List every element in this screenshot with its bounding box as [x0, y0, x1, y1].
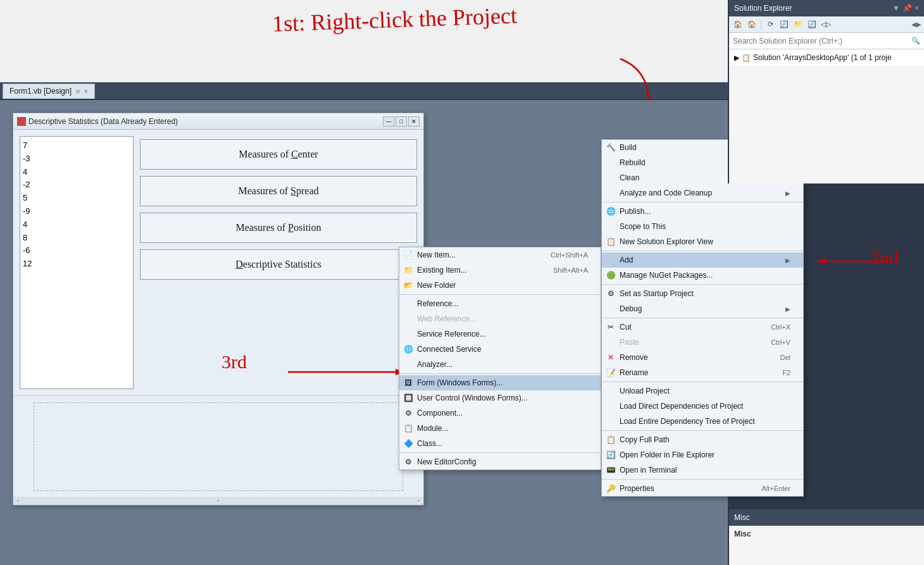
menu-publish[interactable]: 🌐 Publish... — [602, 204, 803, 219]
menu-cut[interactable]: ✂ Cut Ctrl+X — [602, 320, 803, 335]
se-close-icon[interactable]: × — [915, 4, 919, 13]
form-body: 7 -3 4 -2 5 -9 4 8 -6 12 Measures of Cen… — [13, 130, 423, 395]
solution-explorer-panel: Solution Explorer ▼ 📌 × 🏠 🏠 ⟳ 🔄 📁 🔄 ◁▷ ◀… — [728, 0, 924, 183]
remove-label: Remove — [620, 353, 777, 362]
separator-3 — [399, 452, 601, 453]
list-item: 7 — [23, 139, 130, 152]
menu-properties[interactable]: 🔑 Properties Alt+Enter — [602, 481, 803, 496]
se-home-btn[interactable]: 🏠 — [732, 18, 744, 31]
annotation-arrow-3rd — [288, 363, 408, 382]
se-filter-btn[interactable]: 🔄 — [806, 18, 818, 31]
se-tree: ▶ 📋 Solution 'ArraysDesktopApp' (1 of 1 … — [729, 49, 924, 66]
se-search-icon[interactable]: 🔍 — [911, 37, 920, 45]
menu-remove[interactable]: ✕ Remove Del — [602, 350, 803, 365]
form-windows-label: Form (Windows Forms)... — [417, 378, 588, 387]
tab-close-icon[interactable]: × — [84, 88, 88, 95]
paste-label: Paste — [620, 338, 768, 347]
menu-set-startup[interactable]: ⚙ Set as Startup Project — [602, 286, 803, 301]
menu-module[interactable]: 📋 Module... — [399, 421, 601, 436]
form-windows-icon: 🖼 — [403, 378, 413, 388]
menu-class[interactable]: 🔷 Class... — [399, 436, 601, 451]
measures-of-position-button[interactable]: Measures of Position — [140, 213, 417, 243]
data-listbox[interactable]: 7 -3 4 -2 5 -9 4 8 -6 12 — [20, 136, 134, 389]
tab-form1-design[interactable]: Form1.vb [Design] ⊕ × — [3, 84, 95, 99]
props-titlebar: Misc — [729, 509, 924, 526]
menu-load-entire-tree[interactable]: Load Entire Dependency Tree of Project — [602, 414, 803, 429]
load-entire-icon — [606, 416, 616, 426]
se-sync-btn[interactable]: ⟳ — [764, 18, 777, 31]
menu-connected-service[interactable]: 🌐 Connected Service — [399, 342, 601, 357]
se-dock-icon[interactable]: ▼ — [892, 4, 900, 13]
scope-label: Scope to This — [620, 222, 790, 231]
load-direct-label: Load Direct Dependencies of Project — [620, 402, 790, 411]
menu-form-windows[interactable]: 🖼 Form (Windows Forms)... — [399, 375, 601, 390]
list-item: 8 — [23, 232, 130, 245]
menu-analyze-code-cleanup[interactable]: Analyze and Code Cleanup ▶ — [602, 185, 803, 201]
menu-reference[interactable]: Reference... — [399, 296, 601, 311]
minimize-button[interactable]: — — [383, 116, 394, 127]
props-title-label: Misc — [734, 513, 750, 522]
menu-analyzer[interactable]: Analyzer... — [399, 357, 601, 372]
menu-copy-full-path[interactable]: 📋 Copy Full Path — [602, 432, 803, 447]
nuget-icon: 🟢 — [606, 270, 616, 280]
menu-scope-to-this[interactable]: Scope to This — [602, 219, 803, 234]
form-title-area: Descriptive Statistics (Data Already Ent… — [17, 117, 178, 126]
analyze-icon — [606, 188, 616, 198]
se-solution-item[interactable]: ▶ 📋 Solution 'ArraysDesktopApp' (1 of 1 … — [729, 52, 924, 63]
properties-panel: Misc Misc — [728, 508, 924, 565]
se-options-icon[interactable]: ◀▶ — [911, 21, 921, 28]
new-folder-label: New Folder — [417, 281, 588, 290]
se-refresh-btn[interactable]: 🔄 — [778, 18, 790, 31]
menu-unload-project[interactable]: Unload Project — [602, 383, 803, 399]
class-icon: 🔷 — [403, 438, 413, 449]
open-folder-icon: 🔄 — [606, 450, 616, 460]
menu-rename[interactable]: 📝 Rename F2 — [602, 365, 803, 380]
resize-right[interactable]: ▪ — [418, 498, 420, 504]
nuget-label: Manage NuGet Packages... — [620, 271, 790, 280]
se-pin-icon[interactable]: 📌 — [902, 4, 912, 13]
load-entire-label: Load Entire Dependency Tree of Project — [620, 417, 790, 426]
service-reference-icon — [403, 329, 413, 339]
se-toolbar: 🏠 🏠 ⟳ 🔄 📁 🔄 ◁▷ ◀▶ — [729, 16, 924, 33]
menu-new-folder[interactable]: 📂 New Folder — [399, 278, 601, 293]
list-item: 12 — [23, 258, 130, 271]
editorconfig-icon: ⚙ — [403, 457, 413, 467]
sep-main-3 — [602, 284, 803, 285]
add-submenu: 📄 New Item... Ctrl+Shift+A 📁 Existing It… — [399, 247, 601, 470]
menu-manage-nuget[interactable]: 🟢 Manage NuGet Packages... — [602, 268, 803, 283]
menu-open-terminal[interactable]: 📟 Open in Terminal — [602, 463, 803, 478]
solution-icon: 📋 — [742, 54, 751, 62]
restore-button[interactable]: □ — [396, 116, 407, 127]
main-context-menu: 🔨 Build Rebuild Clean Analyze and Code C… — [601, 139, 804, 497]
menu-load-direct-deps[interactable]: Load Direct Dependencies of Project — [602, 399, 803, 414]
menu-debug[interactable]: Debug ▶ — [602, 301, 803, 316]
close-button[interactable]: ✕ — [408, 116, 420, 127]
tab-pin-icon[interactable]: ⊕ — [75, 88, 80, 95]
new-item-icon: 📄 — [403, 250, 413, 260]
menu-new-solution-explorer-view[interactable]: 📋 New Solution Explorer View — [602, 234, 803, 249]
unload-label: Unload Project — [620, 387, 790, 395]
properties-shortcut: Alt+Enter — [761, 485, 790, 492]
menu-service-reference[interactable]: Service Reference... — [399, 326, 601, 342]
menu-new-editorconfig[interactable]: ⚙ New EditorConfig — [399, 454, 601, 469]
se-nav-btn[interactable]: ◁▷ — [820, 18, 832, 31]
resize-left[interactable]: ▪ — [17, 498, 19, 504]
measures-of-center-button[interactable]: Measures of Center — [140, 139, 417, 170]
se-folder-btn[interactable]: 📁 — [792, 18, 804, 31]
se-search-input[interactable] — [733, 37, 911, 46]
descriptive-statistics-button[interactable]: Descriptive Statistics — [140, 249, 417, 280]
new-se-view-label: New Solution Explorer View — [620, 237, 790, 246]
se-home2-btn[interactable]: 🏠 — [746, 18, 758, 31]
resize-center[interactable]: ▪ — [218, 498, 220, 504]
menu-existing-item[interactable]: 📁 Existing Item... Shift+Alt+A — [399, 263, 601, 278]
menu-open-folder-explorer[interactable]: 🔄 Open Folder in File Explorer — [602, 447, 803, 463]
scope-icon — [606, 221, 616, 232]
new-item-shortcut: Ctrl+Shift+A — [551, 251, 588, 259]
menu-new-item[interactable]: 📄 New Item... Ctrl+Shift+A — [399, 247, 601, 263]
menu-user-control[interactable]: 🔲 User Control (Windows Forms)... — [399, 390, 601, 406]
menu-component[interactable]: ⚙ Component... — [399, 406, 601, 421]
open-folder-label: Open Folder in File Explorer — [620, 450, 790, 459]
measures-of-spread-button[interactable]: Measures of Spread — [140, 176, 417, 206]
web-reference-icon — [403, 314, 413, 324]
menu-add[interactable]: Add ▶ — [602, 252, 803, 268]
